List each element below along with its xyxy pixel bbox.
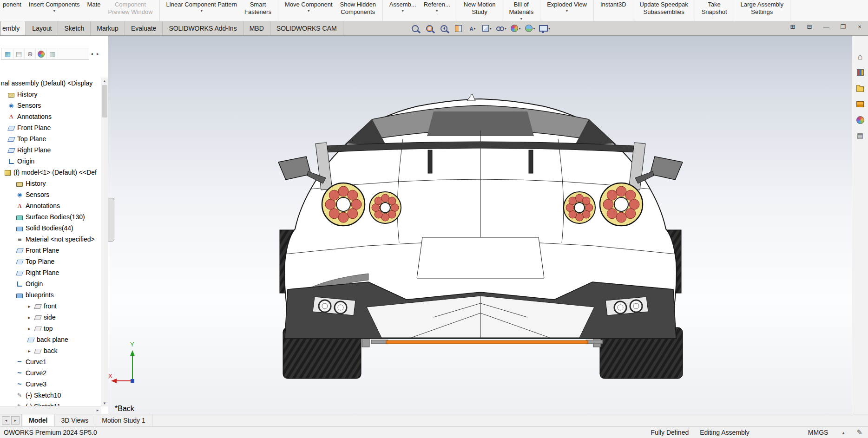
tree-item-history[interactable]: History (0, 89, 101, 100)
design-library-icon[interactable] (855, 67, 866, 78)
tree-item-top-plane[interactable]: Top Plane (0, 256, 101, 267)
tree-item-back-plane[interactable]: back plane (0, 334, 101, 345)
scrollbar-thumb[interactable] (102, 85, 107, 118)
panel-tabs-right-button[interactable]: ▸ (95, 51, 100, 56)
section-view-icon[interactable] (452, 23, 464, 34)
tree-item-history[interactable]: History (0, 178, 101, 189)
tab-mbd[interactable]: MBD (243, 21, 270, 35)
tree-horizontal-scrollbar[interactable]: ▸ (0, 406, 101, 414)
cascade-icon[interactable]: ⊟ (805, 23, 814, 30)
3d-views-tab[interactable]: 3D Views (54, 414, 95, 426)
tree-item-curve3[interactable]: Curve3 (0, 379, 101, 390)
scroll-right-button[interactable]: ▸ (94, 407, 101, 413)
edit-component-button[interactable]: ponent (3, 0, 25, 8)
hide-show-items-icon[interactable]: ▾ (495, 23, 507, 34)
new-motion-study-button[interactable]: New MotionStudy (460, 0, 500, 16)
tree-item-material-not-specified[interactable]: Material <not specified> (0, 234, 101, 245)
home-icon[interactable]: ⌂ (855, 52, 866, 62)
dock-icon[interactable]: ⊞ (788, 23, 797, 30)
tree-item-sensors[interactable]: Sensors (0, 100, 101, 111)
tree-item-top-plane[interactable]: Top Plane (0, 133, 101, 144)
displaymanager-tab-icon[interactable] (36, 49, 47, 59)
featuremanager-tab-icon[interactable] (2, 49, 13, 59)
view-settings-icon[interactable]: ▾ (539, 23, 551, 34)
exploded-view-button[interactable]: Exploded View▾ (543, 0, 591, 13)
edit-indicator-icon: ✎ (856, 428, 862, 437)
display-style-icon[interactable]: ▾ (481, 23, 493, 34)
tree-item-annotations[interactable]: Annotations (0, 111, 101, 122)
minimize-button[interactable]: — (822, 23, 831, 30)
assembly-features-button[interactable]: Assemb...▾ (386, 0, 420, 13)
tab-markup[interactable]: Markup (91, 21, 125, 35)
tree-item-front-plane[interactable]: Front Plane (0, 122, 101, 133)
tree-item-solid-bodies-44[interactable]: Solid Bodies(44) (0, 222, 101, 234)
annotation-views-icon[interactable]: ▾ (467, 23, 479, 34)
appearances-scenes-icon[interactable] (855, 115, 866, 125)
large-assembly-settings-button[interactable]: Large AssemblySettings (737, 0, 788, 16)
units-caret-icon[interactable]: ▴ (842, 430, 844, 435)
custom-properties-icon[interactable] (855, 131, 866, 141)
tree-item-surface-bodies-130[interactable]: Surface Bodies(130) (0, 211, 101, 222)
configurationmanager-tab-icon[interactable] (25, 49, 36, 59)
tree-item-front-plane[interactable]: Front Plane (0, 245, 101, 256)
update-speedpak-subassemblies-button[interactable]: Update SpeedpakSubassemblies (636, 0, 692, 16)
tab-sketch[interactable]: Sketch (58, 21, 91, 35)
apply-scene-icon[interactable]: ▾ (524, 23, 536, 34)
linear-component-pattern-button[interactable]: Linear Component Pattern▾ (163, 0, 241, 13)
insert-components-button[interactable]: Insert Components▾ (25, 0, 84, 13)
tree-item-right-plane[interactable]: Right Plane (0, 144, 101, 156)
model-tab[interactable]: Model (22, 414, 54, 426)
tree-item-back[interactable]: ▸back (0, 345, 101, 356)
tree-item-f-model-1-default-def[interactable]: (f) model<1> (Default) <<Def (0, 167, 101, 178)
tree-item-blueprints[interactable]: blueprints (0, 289, 101, 301)
tree-item-side[interactable]: ▸side (0, 312, 101, 323)
mate-button[interactable]: Mate (84, 0, 105, 8)
take-snapshot-button[interactable]: TakeSnapshot (698, 0, 731, 16)
show-hidden-components-button[interactable]: Show HiddenComponents (336, 0, 380, 16)
zoom-area-icon[interactable] (423, 23, 435, 34)
panel-collapse-handle[interactable] (108, 198, 114, 242)
tree-item-sensors[interactable]: Sensors (0, 189, 101, 200)
tab-layout[interactable]: Layout (26, 21, 58, 35)
status-units[interactable]: MMGS (808, 429, 829, 436)
reference-geometry-button[interactable]: Referen...▾ (420, 0, 454, 13)
dimxpert-tab-icon[interactable] (47, 49, 58, 59)
close-button[interactable]: × (855, 23, 864, 30)
smart-fasteners-button[interactable]: SmartFasteners (241, 0, 275, 16)
tree-item-front[interactable]: ▸front (0, 301, 101, 312)
edit-appearance-icon[interactable]: ▾ (510, 23, 522, 34)
propertymanager-tab-icon[interactable] (13, 49, 25, 59)
tree-vertical-scrollbar[interactable]: ▴ ▾ (101, 78, 108, 406)
tab-scroll-right-button[interactable]: ▸ (11, 416, 20, 425)
move-component-button[interactable]: Move Component▾ (281, 0, 336, 13)
panel-tabs-left-button[interactable]: ◂ (89, 51, 94, 56)
tree-item-sketch10[interactable]: (-) Sketch10 (0, 390, 101, 401)
tree-item-top[interactable]: ▸top (0, 323, 101, 334)
tree-item-origin[interactable]: Origin (0, 156, 101, 167)
tab-assembly[interactable]: embly (0, 21, 26, 35)
motion-study-1-tab[interactable]: Motion Study 1 (95, 414, 152, 426)
tab-solidworks-cam[interactable]: SOLIDWORKS CAM (270, 21, 343, 35)
tree-item-annotations[interactable]: Annotations (0, 200, 101, 211)
zoom-previous-icon[interactable] (438, 23, 450, 34)
file-explorer-icon[interactable] (855, 83, 866, 93)
bottom-tabs: Model3D ViewsMotion Study 1 (22, 414, 152, 426)
tab-evaluate[interactable]: Evaluate (125, 21, 163, 35)
status-editing: Editing Assembly (700, 429, 750, 436)
view-palette-icon[interactable] (855, 99, 866, 109)
bill-of-materials-button[interactable]: Bill ofMaterials▾ (505, 0, 537, 21)
tab-scroll-left-button[interactable]: ◂ (2, 416, 10, 425)
tab-solidworks-add-ins[interactable]: SOLIDWORKS Add-Ins (163, 21, 243, 35)
status-app-version: OWORKS Premium 2024 SP5.0 (4, 429, 640, 436)
tree-item-nal-assembly-default-display[interactable]: nal assembly (Default) <Display (0, 78, 101, 89)
scroll-up-button[interactable]: ▴ (101, 78, 108, 84)
restore-button[interactable]: ❐ (838, 23, 848, 30)
tree-item-origin[interactable]: Origin (0, 278, 101, 289)
tree-item-curve2[interactable]: Curve2 (0, 367, 101, 379)
graphics-viewport[interactable]: Y X *Back (108, 36, 852, 414)
tree-item-curve1[interactable]: Curve1 (0, 356, 101, 367)
scroll-down-button[interactable]: ▾ (101, 400, 108, 406)
zoom-fit-icon[interactable] (409, 23, 421, 34)
instant3d-button[interactable]: Instant3D (597, 0, 630, 8)
tree-item-right-plane[interactable]: Right Plane (0, 267, 101, 278)
